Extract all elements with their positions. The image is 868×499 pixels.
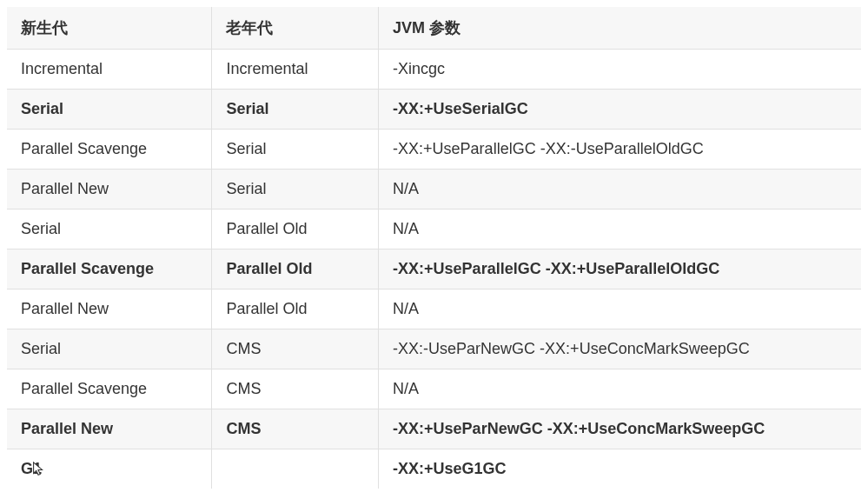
table-cell: Parallel Scavenge [7,250,212,289]
table-row: SerialSerial-XX:+UseSerialGC [7,90,861,130]
header-young-gen: 新生代 [7,7,212,50]
table-cell: Serial [212,90,379,130]
table-cell: CMS [212,369,379,409]
gc-table: 新生代 老年代 JVM 参数 IncrementalIncremental-Xi… [7,7,861,489]
cursor-icon [32,462,44,477]
table-cell: -XX:+UseG1GC [379,449,861,489]
table-row: Parallel ScavengeCMSN/A [7,369,861,409]
table-cell: Serial [7,210,212,250]
table-cell: Serial [212,130,379,170]
table-cell: N/A [379,369,861,409]
table-cell: Parallel Scavenge [7,130,212,170]
header-old-gen: 老年代 [212,7,379,50]
table-cell: Parallel Old [212,210,379,250]
table-cell: Incremental [212,50,379,90]
table-cell: G1 [7,449,212,489]
table-row: SerialParallel OldN/A [7,210,861,250]
table-header-row: 新生代 老年代 JVM 参数 [7,7,861,50]
table-cell: Parallel Old [212,250,379,289]
table-cell: CMS [212,409,379,449]
table-cell: Parallel New [7,409,212,449]
table-row: IncrementalIncremental-Xincgc [7,50,861,90]
header-jvm-args: JVM 参数 [379,7,861,50]
table-cell: Parallel Scavenge [7,369,212,409]
table-cell: Serial [7,90,212,130]
table-cell: -XX:+UseParNewGC -XX:+UseConcMarkSweepGC [379,409,861,449]
table-cell: Serial [212,170,379,210]
table-row: Parallel NewCMS-XX:+UseParNewGC -XX:+Use… [7,409,861,449]
table-cell [212,449,379,489]
table-cell: -XX:+UseParallelGC -XX:+UseParallelOldGC [379,250,861,289]
table-header: 新生代 老年代 JVM 参数 [7,7,861,50]
table-cell: N/A [379,210,861,250]
table-cell: -XX:+UseParallelGC -XX:-UseParallelOldGC [379,130,861,170]
cell-text: G1 [21,460,42,478]
table-row: Parallel NewSerialN/A [7,170,861,210]
table-cell: N/A [379,170,861,210]
table-row: Parallel ScavengeSerial-XX:+UseParallelG… [7,130,861,170]
table-cell: Incremental [7,50,212,90]
table-cell: Parallel Old [212,289,379,329]
table-cell: -Xincgc [379,50,861,90]
table-cell: Parallel New [7,289,212,329]
table-row: Parallel NewParallel OldN/A [7,289,861,329]
table-cell: Parallel New [7,170,212,210]
table-body: IncrementalIncremental-XincgcSerialSeria… [7,50,861,489]
table-row: SerialCMS-XX:-UseParNewGC -XX:+UseConcMa… [7,329,861,369]
table-row: G1-XX:+UseG1GC [7,449,861,489]
table-cell: CMS [212,329,379,369]
table-row: Parallel ScavengeParallel Old-XX:+UsePar… [7,250,861,289]
table-cell: N/A [379,289,861,329]
table-cell: Serial [7,329,212,369]
table-cell: -XX:+UseSerialGC [379,90,861,130]
table-cell: -XX:-UseParNewGC -XX:+UseConcMarkSweepGC [379,329,861,369]
